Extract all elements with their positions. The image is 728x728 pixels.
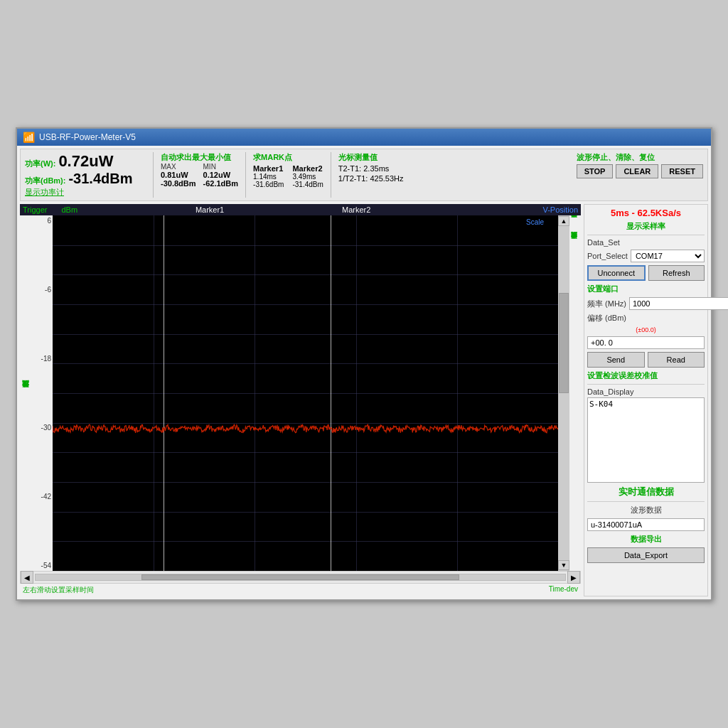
scope-marker2-label: Marker2 (342, 205, 370, 214)
data-display-section: Data_Display (587, 387, 705, 483)
realtime-label: 实时通信数据 (587, 486, 705, 498)
read-button[interactable]: Read (648, 352, 705, 368)
y-label-neg6: -6 (33, 286, 51, 294)
calibration-label: 设置检波误差校准值 (587, 370, 705, 381)
wave-controls: 波形停止、清除、复位 STOP CLEAR RESET (577, 152, 703, 198)
min-w-val: 0.12uW (203, 171, 231, 179)
max-w-val: 0.81uW (161, 171, 188, 179)
app-title: USB-RF-Power-Meter-V5 (39, 132, 136, 142)
app-window: 📶 USB-RF-Power-Meter-V5 功率(W): 0.72uW 功率… (16, 127, 712, 601)
wave-buttons-row: STOP CLEAR RESET (577, 164, 703, 178)
scrollbar-track[interactable] (35, 574, 566, 581)
rp-divider-1 (587, 235, 705, 235)
power-dbm-value: -31.4dBm (68, 171, 132, 187)
unconnect-button[interactable]: Unconnect (587, 265, 646, 281)
scope-vpos-label: V-Position (488, 205, 578, 214)
scope-body: 上下滑动设置触发发点 6 -6 -18 -30 -42 - (20, 215, 581, 571)
rp-divider-3 (587, 501, 705, 502)
offset-input[interactable] (587, 336, 705, 349)
marker-section: 求MARK点 Marker1 1.14ms -31.6dBm Marker2 3… (253, 152, 323, 198)
rp-divider-2 (587, 384, 705, 385)
marker2-time: 3.49ms (292, 173, 323, 181)
marker1-time: 1.14ms (253, 173, 284, 181)
vscroll-down[interactable]: ▼ (558, 560, 569, 570)
scroll-left[interactable]: ◀ (21, 571, 33, 584)
settings-label: 设置端口 (587, 284, 705, 294)
time-dev-label: Time-dev (549, 585, 578, 595)
freq-label: 频率 (MHz) (587, 299, 626, 309)
auto-minmax-header: 自动求出最大最小值 (161, 152, 238, 163)
power-w-label: 功率(W): (25, 159, 55, 169)
clear-button[interactable]: CLEAR (616, 164, 658, 178)
offset-input-row (587, 336, 705, 349)
power-dbm-label: 功率(dBm): (25, 176, 65, 186)
data-set-row: Data_Set (587, 238, 705, 247)
scope-scrollbar-row: ◀ ▶ (20, 571, 581, 584)
data-set-label: Data_Set (587, 238, 626, 247)
vscroll-track[interactable] (559, 226, 569, 560)
min-tag: MIN (203, 163, 216, 171)
y-label-neg18: -18 (33, 355, 51, 363)
offset-hint: (±00.0) (587, 326, 705, 333)
port-select-label: Port_Select (587, 252, 628, 260)
power-dbm-row: 功率(dBm): -31.4dBm (25, 171, 146, 187)
cursor-header: 光标测量值 (338, 152, 404, 163)
min-dbm-val: -62.1dBm (203, 179, 239, 188)
marker1-label: Marker1 (253, 164, 284, 173)
send-button[interactable]: Send (587, 352, 645, 368)
y-label-6: 6 (33, 217, 51, 225)
min-col: MIN 0.12uW -62.1dBm (203, 163, 239, 188)
title-bar: 📶 USB-RF-Power-Meter-V5 (17, 129, 711, 146)
port-select-dropdown[interactable]: COM17 COM1 COM2 (631, 250, 705, 262)
scope-trigger-label: Trigger (23, 205, 47, 214)
signal-svg (53, 215, 558, 571)
scope-canvas[interactable]: Scale (53, 215, 558, 571)
marker2-label: Marker2 (292, 164, 323, 173)
freq-row: 频率 (MHz) (587, 297, 705, 310)
vscroll-up[interactable]: ▲ (558, 216, 569, 226)
divider-1 (153, 152, 154, 198)
mark-header: 求MARK点 (253, 152, 323, 163)
scope-ylabels: 6 -6 -18 -30 -42 -54 (31, 215, 53, 571)
max-col: MAX 0.81uW -30.8dBm (161, 163, 196, 188)
marker1-col: Marker1 1.14ms -31.6dBm (253, 164, 284, 188)
middle-area: Trigger dBm Marker1 Marker2 V-Position 上… (20, 204, 708, 596)
markers-row: Marker1 1.14ms -31.6dBm Marker2 3.49ms -… (253, 164, 323, 188)
wave-control-header: 波形停止、清除、复位 (577, 152, 703, 163)
refresh-button[interactable]: Refresh (648, 265, 705, 281)
show-power-meter-link[interactable]: 显示功率计 (25, 187, 146, 198)
power-w-value: 0.72uW (58, 152, 113, 171)
sample-rate-display: 5ms - 62.5KSa/s (587, 208, 705, 218)
vscroll-thumb[interactable] (559, 293, 569, 393)
y-label-neg54: -54 (33, 562, 51, 569)
power-display: 功率(W): 0.72uW 功率(dBm): -31.4dBm 显示功率计 (25, 152, 146, 198)
export-label: 数据导出 (587, 534, 705, 545)
marker1-dbm: -31.6dBm (253, 181, 284, 188)
divider-2 (245, 152, 246, 198)
right-panel: 5ms - 62.5KSa/s 显示采样率 Data_Set Port_Sele… (584, 204, 708, 596)
port-select-row: Port_Select COM17 COM1 COM2 (587, 250, 705, 262)
y-label-neg42: -42 (33, 493, 51, 500)
data-display-title: Data_Display (587, 387, 705, 396)
scroll-right[interactable]: ▶ (567, 571, 580, 584)
data-display-textarea[interactable] (587, 397, 705, 483)
inv-t2-t1-value: 1/T2-T1: 425.53Hz (338, 174, 404, 183)
max-tag: MAX (161, 163, 176, 171)
main-content: 功率(W): 0.72uW 功率(dBm): -31.4dBm 显示功率计 自动… (17, 146, 711, 599)
vscroll-bar[interactable]: ▲ ▼ (558, 215, 569, 571)
offset-row: 偏移 (dBm) (587, 313, 705, 323)
offset-label: 偏移 (dBm) (587, 313, 626, 323)
t-section: 光标测量值 T2-T1: 2.35ms 1/T2-T1: 425.53Hz (338, 152, 404, 198)
wave-data-input[interactable] (587, 518, 705, 531)
freq-input[interactable] (629, 297, 728, 310)
connect-btn-row: Unconnect Refresh (587, 265, 705, 281)
scrollbar-thumb[interactable] (141, 574, 459, 580)
export-button[interactable]: Data_Export (587, 547, 705, 563)
scope-container: Trigger dBm Marker1 Marker2 V-Position 上… (20, 204, 581, 596)
reset-button[interactable]: RESET (661, 164, 703, 178)
scope-header: Trigger dBm Marker1 Marker2 V-Position (20, 204, 581, 215)
stop-button[interactable]: STOP (577, 164, 614, 178)
max-dbm-val: -30.8dBm (161, 179, 196, 188)
display-sample-label: 显示采样率 (587, 221, 705, 232)
send-read-row: Send Read (587, 352, 705, 368)
